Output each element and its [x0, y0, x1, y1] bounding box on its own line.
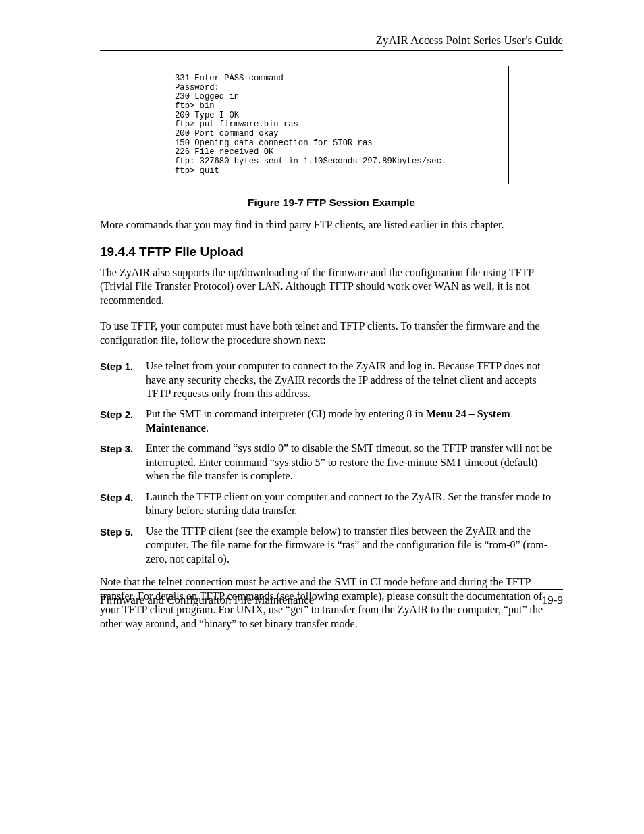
section-heading: 19.4.4 TFTP File Upload — [100, 244, 563, 259]
step-row: Step 5. Use the TFTP client (see the exa… — [100, 525, 563, 566]
step-text-before: Put the SMT in command interpreter (CI) … — [146, 408, 426, 419]
step-text: Use telnet from your computer to connect… — [146, 359, 563, 400]
step-label: Step 5. — [100, 525, 146, 538]
paragraph-intro: More commands that you may find in third… — [100, 218, 563, 232]
step-label: Step 2. — [100, 407, 146, 421]
step-row: Step 3. Enter the command “sys stdio 0” … — [100, 442, 563, 483]
footer-row: Firmware and Configuraiton File Maintena… — [100, 594, 563, 607]
step-text-after: . — [206, 422, 209, 434]
footer-rule — [100, 589, 563, 590]
footer-right: 19-9 — [542, 594, 563, 607]
header-guide-title: ZyAIR Access Point Series User's Guide — [100, 34, 563, 47]
step-text: Enter the command “sys stdio 0” to disab… — [146, 442, 563, 483]
step-label: Step 4. — [100, 490, 146, 504]
step-label: Step 3. — [100, 442, 146, 455]
step-text: Use the TFTP client (see the example bel… — [146, 525, 563, 566]
step-text: Put the SMT in command interpreter (CI) … — [146, 407, 563, 435]
step-text: Launch the TFTP client on your computer … — [146, 490, 563, 518]
step-label: Step 1. — [100, 359, 146, 373]
steps-list: Step 1. Use telnet from your computer to… — [100, 359, 563, 566]
step-row: Step 1. Use telnet from your computer to… — [100, 359, 563, 400]
paragraph-2: To use TFTP, your computer must have bot… — [100, 319, 563, 347]
page: ZyAIR Access Point Series User's Guide 3… — [0, 0, 644, 834]
figure-caption: Figure 19-7 FTP Session Example — [100, 197, 563, 209]
step-row: Step 2. Put the SMT in command interpret… — [100, 407, 563, 435]
step-row: Step 4. Launch the TFTP client on your c… — [100, 490, 563, 518]
header-rule — [100, 50, 563, 51]
code-block-ftp-session: 331 Enter PASS command Password: 230 Log… — [165, 66, 509, 184]
paragraph-1: The ZyAIR also supports the up/downloadi… — [100, 266, 563, 307]
footer-left: Firmware and Configuraiton File Maintena… — [100, 594, 314, 607]
footer: Firmware and Configuraiton File Maintena… — [100, 589, 563, 607]
